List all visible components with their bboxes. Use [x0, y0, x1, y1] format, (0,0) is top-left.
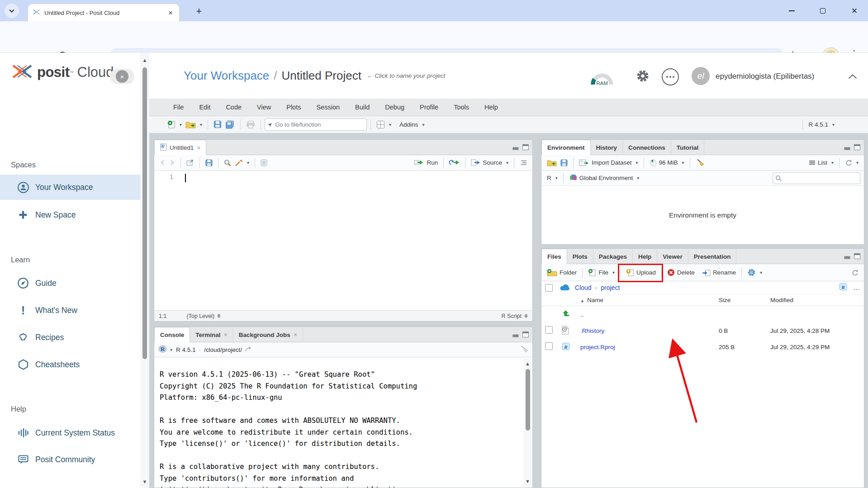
select-all-checkbox[interactable]: [545, 284, 553, 292]
tab-packages[interactable]: Packages: [593, 249, 633, 264]
tab-untitled1[interactable]: R Untitled1 ×: [154, 140, 206, 155]
tab-close-icon[interactable]: ×: [166, 9, 175, 17]
console-output-area[interactable]: R version 4.5.1 (2025-06-13) -- "Great S…: [154, 357, 532, 488]
tab-console[interactable]: Console: [154, 327, 190, 342]
save-workspace-icon[interactable]: [559, 158, 569, 167]
close-icon[interactable]: ×: [197, 144, 200, 152]
delete-file-button[interactable]: Delete: [665, 268, 697, 277]
tab-terminal[interactable]: Terminal×: [190, 327, 233, 342]
tab-background-jobs[interactable]: Background Jobs×: [233, 327, 303, 342]
scrollbar-thumb[interactable]: [526, 369, 530, 431]
addins-button[interactable]: Addins ▾: [398, 120, 426, 129]
upload-button[interactable]: Upload: [624, 268, 658, 278]
menu-help[interactable]: Help: [479, 104, 504, 111]
file-row[interactable]: ..: [541, 306, 864, 322]
more-file-commands-gear-icon[interactable]: ▾: [745, 267, 764, 278]
compile-report-icon[interactable]: [259, 158, 269, 167]
r-logo-icon[interactable]: R: [158, 345, 168, 355]
tab-files[interactable]: Files: [541, 249, 567, 264]
save-all-button[interactable]: [223, 119, 237, 130]
menu-build[interactable]: Build: [349, 104, 375, 111]
new-folder-button[interactable]: Folder: [545, 268, 579, 277]
column-size[interactable]: Size: [719, 297, 770, 303]
code-editor[interactable]: 1: [154, 171, 532, 310]
menu-session[interactable]: Session: [310, 104, 346, 111]
tab-help[interactable]: Help: [633, 249, 657, 264]
language-selector[interactable]: R ▾: [545, 174, 560, 182]
tab-viewer[interactable]: Viewer: [657, 249, 688, 264]
run-button[interactable]: Run: [412, 158, 440, 167]
pane-layout-button[interactable]: ▾: [375, 119, 393, 130]
source-button[interactable]: Source ▾: [469, 158, 510, 167]
tab-plots[interactable]: Plots: [567, 249, 593, 264]
new-file-button[interactable]: ▾: [166, 119, 184, 130]
scroll-down-icon[interactable]: ▼: [524, 477, 531, 486]
new-tab-button[interactable]: +: [192, 5, 206, 17]
close-icon[interactable]: ×: [224, 331, 228, 338]
sidebar-item-guide[interactable]: Guide: [0, 270, 140, 296]
menu-edit[interactable]: Edit: [193, 104, 216, 111]
minimize-pane-icon[interactable]: [512, 144, 519, 152]
goto-file-input[interactable]: [274, 121, 353, 128]
list-view-button[interactable]: List ▾: [807, 158, 835, 167]
print-button[interactable]: [244, 120, 257, 129]
goto-directory-icon[interactable]: [245, 346, 251, 354]
r-version-button[interactable]: R 4.5.1 ▾: [806, 120, 836, 129]
environment-scope-selector[interactable]: Global Environment ▾: [567, 172, 641, 184]
scroll-up-icon[interactable]: ▲: [140, 56, 149, 65]
column-modified[interactable]: Modified: [770, 297, 862, 303]
sidebar-item-recipes[interactable]: Recipes: [0, 325, 140, 350]
user-name[interactable]: epydemiologista (Epilibertas): [716, 72, 814, 81]
sidebar-scrollbar[interactable]: ▲ ▼: [140, 53, 149, 488]
nav-forward-icon[interactable]: [167, 159, 177, 166]
file-name-link[interactable]: project.Rproj: [580, 344, 719, 351]
rename-file-button[interactable]: Rename: [700, 268, 738, 277]
settings-gear-icon[interactable]: [636, 69, 650, 85]
file-name-link[interactable]: ..: [580, 311, 719, 318]
project-title[interactable]: Untitled Project: [282, 69, 361, 83]
scroll-up-icon[interactable]: ▲: [524, 359, 531, 368]
file-checkbox[interactable]: [545, 326, 553, 334]
window-minimize-button[interactable]: [781, 0, 802, 21]
breadcrumb-project-link[interactable]: project: [601, 284, 620, 291]
open-file-button[interactable]: ▾: [184, 120, 204, 129]
tab-history[interactable]: History: [591, 140, 623, 155]
window-restore-button[interactable]: [812, 0, 833, 21]
file-checkbox[interactable]: [545, 342, 553, 350]
sidebar-item-posit-community[interactable]: Posit Community: [0, 447, 140, 472]
menu-profile[interactable]: Profile: [414, 104, 444, 111]
minimize-pane-icon[interactable]: [844, 253, 850, 261]
window-close-button[interactable]: ×: [844, 0, 865, 21]
refresh-environment-icon[interactable]: ▾: [843, 158, 860, 167]
sidebar-item-cheatsheets[interactable]: Cheatsheets: [0, 352, 140, 377]
tab-search-chevron-icon[interactable]: [5, 4, 19, 18]
find-replace-icon[interactable]: [222, 158, 233, 167]
user-avatar[interactable]: el: [692, 67, 710, 85]
clear-environment-broom-icon[interactable]: [694, 158, 707, 167]
menu-code[interactable]: Code: [220, 104, 247, 111]
spinner-icon[interactable]: [524, 314, 528, 318]
menu-file[interactable]: File: [167, 104, 190, 111]
column-name[interactable]: ▲Name: [580, 297, 719, 303]
code-tools-wand-icon[interactable]: ▾: [233, 158, 251, 167]
more-options-icon[interactable]: [662, 68, 679, 85]
close-icon[interactable]: ×: [294, 331, 297, 338]
memory-usage-button[interactable]: 96 MiB ▾: [648, 158, 686, 167]
sidebar-item-your-workspace[interactable]: Your Workspace: [0, 175, 140, 200]
minimize-pane-icon[interactable]: [844, 144, 850, 152]
load-workspace-icon[interactable]: [545, 158, 559, 167]
menu-tools[interactable]: Tools: [448, 104, 475, 111]
scroll-down-icon[interactable]: ▼: [140, 477, 149, 486]
show-in-new-window-icon[interactable]: [185, 158, 196, 167]
environment-search[interactable]: [773, 172, 860, 184]
tab-tutorial[interactable]: Tutorial: [671, 140, 705, 155]
sidebar-item-current-system-status[interactable]: Current System Status: [0, 420, 140, 445]
console-scrollbar[interactable]: ▲ ▼: [524, 358, 531, 487]
save-button[interactable]: [212, 119, 223, 129]
tab-connections[interactable]: Connections: [623, 140, 671, 155]
maximize-pane-icon[interactable]: [854, 253, 860, 261]
import-dataset-button[interactable]: Import Dataset ▾: [577, 158, 640, 167]
clear-console-broom-icon[interactable]: [520, 345, 529, 355]
sidebar-item-whats-new[interactable]: ! What's New: [0, 298, 140, 323]
scope-selector[interactable]: (Top Level): [186, 313, 214, 319]
